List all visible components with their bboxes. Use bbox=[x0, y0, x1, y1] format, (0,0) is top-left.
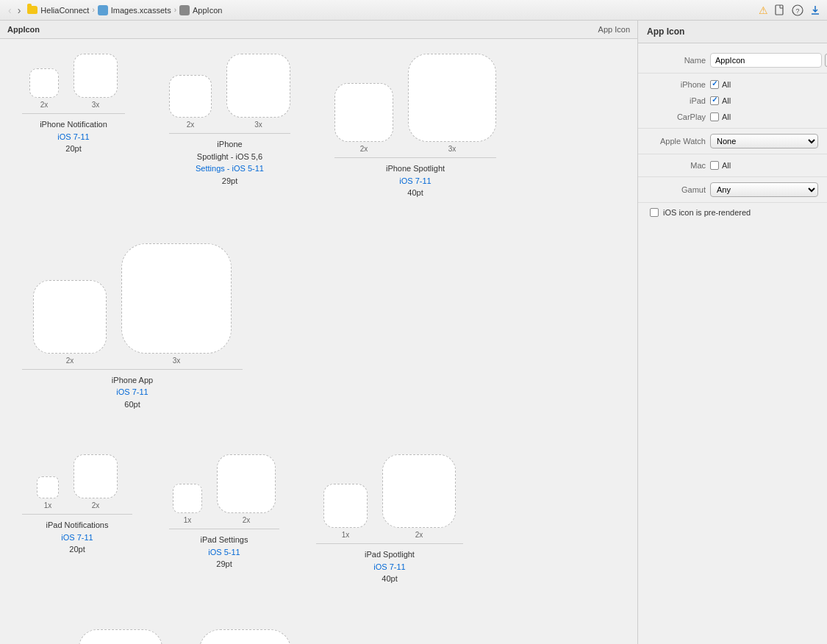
canvas[interactable]: 2x 3x iPhone NotificationiOS 7-1120pt bbox=[0, 39, 637, 644]
icon-scale: 2x bbox=[360, 145, 368, 153]
icon-scale: 1x bbox=[184, 516, 192, 524]
icon-placeholder[interactable] bbox=[217, 454, 276, 513]
section-label: iPad SettingsiOS 5-1129pt bbox=[169, 534, 279, 570]
icon-placeholder[interactable] bbox=[323, 484, 368, 528]
breadcrumb-current[interactable]: AppIcon bbox=[179, 5, 222, 15]
prop-carplay-row: CarPlay All bbox=[638, 109, 827, 125]
download-icon bbox=[809, 4, 821, 16]
section-ipad-notifications: 1x 2x iPad NotificationsiOS 7-1120pt bbox=[22, 454, 132, 585]
ipad-checkbox[interactable] bbox=[710, 96, 719, 105]
main-layout: AppIcon App Icon 2x 3x bbox=[0, 21, 827, 644]
icon-placeholder[interactable] bbox=[74, 454, 118, 498]
icon-scale: 2x bbox=[92, 501, 100, 509]
mac-checkbox[interactable] bbox=[710, 161, 719, 170]
icon-placeholder[interactable] bbox=[382, 454, 456, 528]
xcassets-icon bbox=[98, 5, 108, 15]
breadcrumb-project-label: HeliaConnect bbox=[40, 6, 89, 15]
back-button[interactable]: ‹ bbox=[6, 4, 14, 16]
prop-gamut-row: Gamut Any sRGB Display P3 bbox=[638, 180, 827, 199]
prop-prerender-row: iOS icon is pre-rendered bbox=[638, 206, 827, 219]
gamut-label: Gamut bbox=[647, 185, 706, 194]
prerender-label: iOS icon is pre-rendered bbox=[663, 208, 751, 217]
icon-cell: 2x bbox=[79, 629, 162, 645]
row-iphone-top: 2x 3x iPhone NotificationiOS 7-1120pt bbox=[22, 54, 615, 221]
row-iphone-app: 2x 3x iPhone AppiOS 7-1160pt bbox=[22, 243, 615, 433]
divider bbox=[638, 154, 827, 154]
icon-scale: 2x bbox=[66, 357, 74, 365]
section-iphone-spotlight: 2x 3x iPhone SpotlightiOS 7-1140pt bbox=[334, 54, 496, 199]
icon-cell: 1x bbox=[323, 484, 368, 539]
forward-button[interactable]: › bbox=[15, 4, 24, 16]
prop-mac-row: Mac All bbox=[638, 157, 827, 173]
svg-text:?: ? bbox=[795, 7, 799, 15]
icon-cell: 3x bbox=[74, 54, 118, 109]
breadcrumb-xcassets[interactable]: Images.xcassets bbox=[98, 5, 171, 15]
section-iphone-notification: 2x 3x iPhone NotificationiOS 7-1120pt bbox=[22, 54, 125, 199]
iphone-checkbox[interactable] bbox=[710, 80, 719, 89]
divider bbox=[638, 73, 827, 74]
section-label: iPad SpotlightiOS 7-1140pt bbox=[316, 548, 463, 585]
breadcrumb-chevron-1: › bbox=[92, 6, 94, 14]
icon-cell: 2x bbox=[33, 280, 107, 365]
icon-scale: 2x bbox=[243, 516, 251, 524]
icon-placeholder[interactable] bbox=[173, 484, 202, 513]
app-icon-label: App Icon bbox=[598, 25, 630, 34]
carplay-value: All bbox=[710, 112, 818, 121]
section-ipad-settings: 1x 2x iPad SettingsiOS 5-1129pt bbox=[169, 454, 279, 585]
carplay-label: CarPlay bbox=[647, 112, 706, 121]
prop-iphone-row: iPhone All bbox=[638, 76, 827, 93]
icon-cell: 2x bbox=[217, 454, 276, 524]
carplay-all-label: All bbox=[722, 112, 731, 121]
mac-value: All bbox=[710, 161, 818, 170]
name-label: Name bbox=[647, 56, 706, 65]
icon-placeholder[interactable] bbox=[79, 629, 162, 645]
breadcrumb: HeliaConnect › Images.xcassets › AppIcon bbox=[27, 5, 754, 15]
folder-icon bbox=[27, 6, 37, 14]
icon-scale: 2x bbox=[40, 101, 49, 109]
section-label: iPhone AppiOS 7-1160pt bbox=[22, 374, 243, 411]
icon-placeholder[interactable] bbox=[408, 54, 496, 142]
row-ipad-top: 1x 2x iPad NotificationsiOS 7-1120pt bbox=[22, 454, 615, 607]
svg-rect-0 bbox=[776, 5, 783, 15]
breadcrumb-xcassets-label: Images.xcassets bbox=[111, 6, 171, 15]
icon-placeholder[interactable] bbox=[33, 280, 107, 354]
name-input[interactable] bbox=[710, 53, 822, 68]
divider bbox=[638, 202, 827, 203]
doc-icon bbox=[774, 4, 786, 16]
gamut-select[interactable]: Any sRGB Display P3 bbox=[710, 182, 818, 197]
prop-ipad-row: iPad All bbox=[638, 93, 827, 109]
section-iphone-settings: 2x 3x iPhoneSpotlight - iOS 5,6Settings … bbox=[169, 54, 290, 199]
left-panel: AppIcon App Icon 2x 3x bbox=[0, 21, 638, 644]
carplay-checkbox[interactable] bbox=[710, 112, 719, 121]
divider bbox=[638, 128, 827, 129]
icon-placeholder[interactable] bbox=[226, 54, 290, 118]
breadcrumb-project[interactable]: HeliaConnect bbox=[27, 6, 89, 15]
right-panel-body: Name + iPhone All iPad A bbox=[638, 43, 827, 226]
left-header: AppIcon App Icon bbox=[0, 21, 637, 39]
divider bbox=[638, 176, 827, 177]
prerender-checkbox[interactable] bbox=[650, 208, 659, 217]
icon-cell: 2x bbox=[29, 68, 59, 109]
icon-scale: 3x bbox=[173, 357, 181, 365]
icon-placeholder[interactable] bbox=[199, 629, 291, 645]
applewatch-value: None All bbox=[710, 134, 818, 149]
applewatch-select[interactable]: None All bbox=[710, 134, 818, 149]
warning-icon: ⚠ bbox=[759, 4, 768, 16]
icon-placeholder[interactable] bbox=[121, 243, 232, 354]
section-iphone-app: 2x 3x iPhone AppiOS 7-1160pt bbox=[22, 243, 243, 411]
icon-placeholder[interactable] bbox=[334, 83, 393, 142]
help-icon: ? bbox=[792, 4, 803, 16]
icon-cell: 2x bbox=[199, 629, 291, 645]
icon-placeholder[interactable] bbox=[37, 476, 59, 498]
nav-arrows: ‹ › bbox=[6, 4, 23, 16]
gamut-value: Any sRGB Display P3 bbox=[710, 182, 818, 197]
icon-placeholder[interactable] bbox=[169, 75, 212, 118]
iphone-value: All bbox=[710, 80, 818, 89]
section-ipad-app: 1x 2x iPad AppiOS 7-1176pt bbox=[22, 629, 162, 645]
icon-placeholder[interactable] bbox=[29, 68, 59, 98]
mac-all-label: All bbox=[722, 161, 731, 170]
icon-cell: 2x bbox=[169, 75, 212, 129]
breadcrumb-current-label: AppIcon bbox=[193, 6, 222, 15]
left-header-title: AppIcon bbox=[7, 25, 40, 34]
icon-placeholder[interactable] bbox=[74, 54, 118, 98]
